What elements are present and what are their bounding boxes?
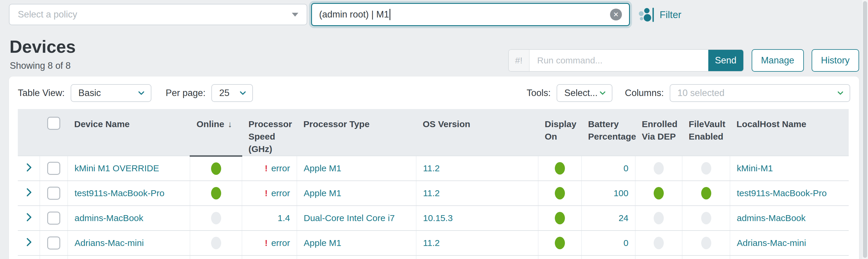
expander-cell [18,156,40,181]
expand-row-button[interactable] [23,236,35,248]
expander-cell [18,230,40,255]
cell-processor_type: Dual-Core Intel Core i7 [297,206,416,230]
localhost_name-link[interactable]: Adrians-Mac-mini [737,238,806,248]
device-row: admins-MacBook1.4Dual-Core Intel Core i7… [18,206,849,230]
checkbox-column-header [40,109,68,156]
cell-online [190,206,242,230]
expand-row-button[interactable] [23,161,35,173]
select-all-checkbox[interactable] [47,117,60,130]
processor_speed-link[interactable]: error [271,188,290,198]
error-icon: ! [265,163,268,173]
column-header-processor_type[interactable]: Processor Type [297,109,416,156]
row-checkbox[interactable] [47,236,60,250]
column-header-online[interactable]: Online↓ [190,109,242,156]
enrolled_via_dep-status-dot [654,162,664,175]
column-header-device_name[interactable]: Device Name [68,109,190,156]
device_name-link[interactable]: test911s-MacBook-Pro [74,188,164,198]
filevault_enabled-status-dot [701,187,711,199]
battery_percentage-link[interactable]: 0 [623,163,628,173]
search-text: (admin root) | M1 [319,9,389,20]
cell-processor_type: Apple M1 [297,181,416,206]
chevron-right-icon [23,186,35,198]
os_version-link[interactable]: 11.2 [423,188,440,198]
cell-online [190,230,242,255]
cell-enrolled_via_dep [635,156,682,181]
cell-battery_percentage: 24 [582,206,635,230]
device-search-input[interactable]: (admin root) | M1 ✕ [311,3,630,26]
columns-label: Columns: [625,88,664,98]
device-row: Adrians-Mac-mini!errorApple M111.20Adria… [18,230,849,255]
device_name-link[interactable]: admins-MacBook [74,213,144,223]
chevron-down-icon [238,88,248,98]
manage-button[interactable]: Manage [752,49,804,72]
cell-device_name: admins-MacBook [68,206,190,230]
expand-row-button[interactable] [23,211,35,223]
cell-processor_type: Apple M1 [297,156,416,181]
battery_percentage-link[interactable]: 100 [614,188,628,198]
checkbox-cell [40,156,68,181]
column-header-label: Online [196,119,224,129]
row-checkbox[interactable] [47,212,60,225]
column-header-battery_percentage[interactable]: Battery Percentage [582,109,635,156]
cell-localhost_name: admins-MacBook [730,206,849,230]
battery_percentage-link[interactable]: 24 [619,213,628,223]
cell-processor_speed: !error [242,156,297,181]
device_name-link[interactable]: Adrians-Mac-mini [74,238,144,248]
clear-search-button[interactable]: ✕ [610,9,622,21]
column-header-localhost_name[interactable]: LocalHost Name [730,109,849,156]
column-header-os_version[interactable]: OS Version [416,109,538,156]
header-row: Device NameOnline↓Processor Speed (GHz)P… [18,109,849,156]
row-checkbox[interactable] [47,187,60,200]
cell-display_on [538,181,582,206]
tools-select[interactable]: Select... [557,84,612,102]
localhost_name-link[interactable]: admins-MacBook [737,213,806,223]
processor_speed-link[interactable]: error [271,238,290,248]
processor_type-link[interactable]: Apple M1 [304,163,341,173]
history-button[interactable]: History [812,49,859,72]
device_name-link[interactable]: kMini M1 OVERRIDE [74,163,159,173]
run-command-input[interactable] [530,50,708,71]
column-header-label: Display On [545,119,577,141]
showing-count: Showing 8 of 8 [10,61,71,71]
expand-row-button[interactable] [23,186,35,198]
per-page-label: Per page: [166,88,206,98]
os_version-link[interactable]: 11.2 [423,238,440,248]
per-page-select[interactable]: 25 [211,84,253,102]
column-header-enrolled_via_dep[interactable]: Enrolled Via DEP [635,109,682,156]
row-checkbox[interactable] [47,162,60,175]
online-status-dot [211,162,221,175]
scrollbar-thumb[interactable] [863,1,867,258]
column-header-processor_speed[interactable]: Processor Speed (GHz) [242,109,297,156]
chevron-right-icon [23,161,35,173]
filter-button[interactable]: Filter [638,6,681,24]
column-header-filevault_enabled[interactable]: FileVault Enabled [682,109,730,156]
error-icon: ! [265,188,268,198]
tools-value: Select... [564,88,597,98]
filter-icon [638,6,655,23]
os_version-link[interactable]: 10.15.3 [423,213,453,223]
cell-battery_percentage: 0 [582,230,635,255]
processor_type-link[interactable]: Dual-Core Intel Core i7 [304,213,395,223]
battery_percentage-link[interactable]: 0 [623,238,628,248]
column-header-label: Enrolled Via DEP [642,119,677,141]
os_version-link[interactable]: 11.2 [423,163,440,173]
column-header-display_on[interactable]: Display On [538,109,582,156]
processor_speed-link[interactable]: 1.4 [278,213,290,223]
processor_type-link[interactable]: Apple M1 [304,188,341,198]
cell-os_version: 10.15.3 [416,206,538,230]
table-view-select[interactable]: Basic [71,84,151,102]
localhost_name-link[interactable]: test911s-MacBook-Pro [737,188,827,198]
empty-cell [297,255,416,259]
policy-select[interactable]: Select a policy [9,4,307,25]
expander-cell [18,181,40,206]
columns-multiselect[interactable]: 10 selected [670,84,850,102]
processor_type-link[interactable]: Apple M1 [304,238,341,248]
vertical-scrollbar[interactable] [862,0,868,259]
cell-localhost_name: test911s-MacBook-Pro [730,181,849,206]
online-status-dot [211,212,221,224]
localhost_name-link[interactable]: kMini-M1 [737,163,773,173]
empty-cell [68,255,190,259]
processor_speed-link[interactable]: error [271,163,290,173]
expander-cell [18,206,40,230]
send-button[interactable]: Send [708,50,743,71]
